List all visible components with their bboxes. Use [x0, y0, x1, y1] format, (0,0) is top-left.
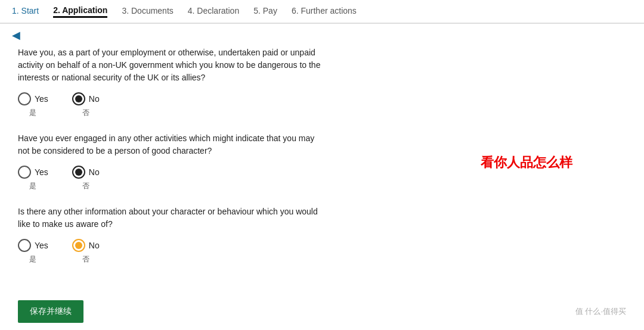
radio-circle-2-1[interactable]: [18, 166, 31, 179]
question-text-1: Have you, as a part of your employment o…: [18, 46, 328, 84]
radio-sublabel-1-2: 否: [82, 108, 89, 118]
radio-label-1-1: Yes: [35, 94, 48, 104]
question-block-3: Is there any other information about you…: [18, 206, 626, 264]
nav-item-documents[interactable]: 3. Documents: [122, 6, 173, 17]
nav-item-pay[interactable]: 5. Pay: [253, 6, 277, 17]
radio-sublabel-2-2: 否: [82, 181, 89, 191]
radio-option-1-1[interactable]: Yes是: [18, 92, 48, 118]
nav-item-start[interactable]: 1. Start: [12, 6, 39, 17]
nav-item-application[interactable]: 2. Application: [53, 5, 107, 18]
question-block-1: Have you, as a part of your employment o…: [18, 46, 626, 118]
radio-label-2-2: No: [89, 167, 100, 177]
radio-option-2-2[interactable]: No否: [72, 166, 100, 191]
radio-circle-1-1[interactable]: [18, 92, 31, 105]
radio-circle-3-1[interactable]: [18, 239, 31, 252]
radio-group-3: Yes是No否: [18, 239, 626, 264]
question-text-2: Have you ever engaged in any other activ…: [18, 132, 328, 157]
radio-circle-2-2[interactable]: [72, 166, 85, 179]
save-button[interactable]: 保存并继续: [18, 300, 83, 323]
radio-group-1: Yes是No否: [18, 92, 626, 118]
back-arrow-icon[interactable]: ◀: [12, 29, 20, 42]
radio-circle-1-2[interactable]: [72, 92, 85, 105]
radio-option-2-1[interactable]: Yes是: [18, 166, 48, 191]
radio-label-3-2: No: [89, 241, 100, 250]
radio-circle-3-2[interactable]: [72, 239, 85, 252]
radio-sublabel-1-1: 是: [29, 108, 36, 118]
radio-sublabel-3-2: 否: [82, 254, 89, 264]
radio-sublabel-3-1: 是: [29, 254, 36, 264]
watermark-text: 值 什么·值得买: [575, 306, 626, 317]
nav-item-declaration[interactable]: 4. Declaration: [188, 6, 239, 17]
question-text-3: Is there any other information about you…: [18, 206, 328, 231]
radio-option-3-2[interactable]: No否: [72, 239, 100, 264]
annotation-text: 看你人品怎么样: [481, 154, 572, 172]
radio-option-3-1[interactable]: Yes是: [18, 239, 48, 264]
nav-bar: 1. Start2. Application3. Documents4. Dec…: [0, 0, 644, 24]
radio-label-3-1: Yes: [35, 241, 48, 250]
nav-item-further-actions[interactable]: 6. Further actions: [292, 6, 357, 17]
radio-sublabel-2-1: 是: [29, 181, 36, 191]
radio-option-1-2[interactable]: No否: [72, 92, 100, 118]
radio-label-2-1: Yes: [35, 167, 48, 177]
radio-label-1-2: No: [89, 94, 100, 104]
